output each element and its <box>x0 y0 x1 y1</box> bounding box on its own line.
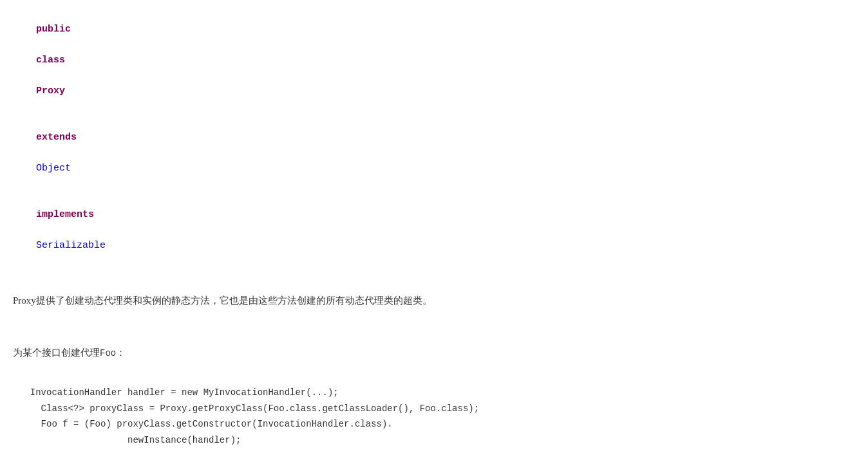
public-keyword: public <box>36 24 71 35</box>
section1-text: 为某个接口创建代理Foo： <box>13 347 126 358</box>
class-declaration: public class Proxy extends Object implem… <box>13 6 855 269</box>
section1-label: 为某个接口创建代理Foo： <box>13 344 855 362</box>
space <box>36 39 42 50</box>
serializable-link[interactable]: Serializable <box>36 240 106 251</box>
implements-keyword: implements <box>36 209 94 220</box>
extends-keyword: extends <box>36 132 77 143</box>
implements-line: implements Serializable <box>13 192 855 269</box>
object-link[interactable]: Object <box>36 163 71 174</box>
space2 <box>36 70 42 81</box>
code-block-1: InvocationHandler handler = new MyInvoca… <box>13 385 855 448</box>
class-name: Proxy <box>36 86 65 97</box>
section1-code: Foo <box>100 348 116 358</box>
extends-line: extends Object <box>13 115 855 192</box>
description-text: Proxy提供了创建动态代理类和实例的静态方法，它也是由这些方法创建的所有动态代… <box>13 295 432 306</box>
code1-line2: Class<?> proxyClass = Proxy.getProxyClas… <box>19 401 855 417</box>
class-keyword: class <box>36 55 65 66</box>
code1-line1: InvocationHandler handler = new MyInvoca… <box>19 385 855 401</box>
class-line: public class Proxy <box>13 6 855 115</box>
space3 <box>36 147 42 158</box>
space4 <box>36 225 42 236</box>
code1-line4: newInstance(handler); <box>19 432 855 448</box>
code1-line3: Foo f = (Foo) proxyClass.getConstructor(… <box>19 416 855 432</box>
description-paragraph: Proxy提供了创建动态代理类和实例的静态方法，它也是由这些方法创建的所有动态代… <box>13 292 855 310</box>
